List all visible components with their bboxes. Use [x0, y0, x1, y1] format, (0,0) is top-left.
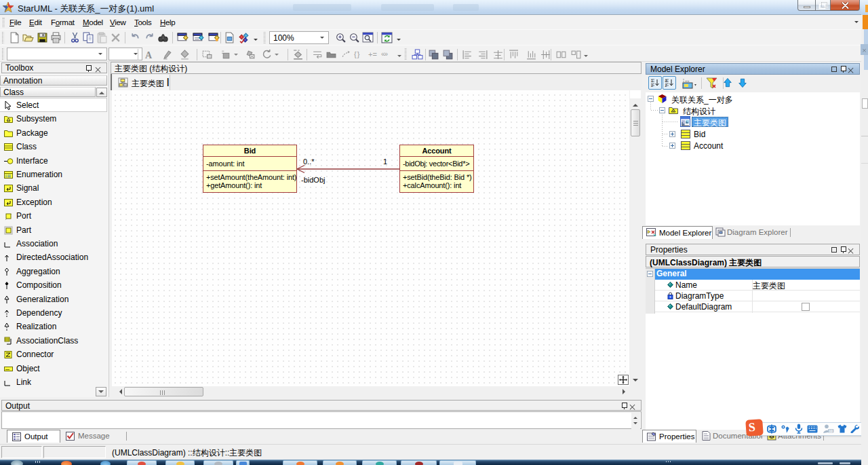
svg-text:10: 10 — [829, 429, 833, 433]
svg-text:«»: «» — [685, 79, 690, 83]
svg-text:a: a — [665, 78, 668, 83]
svg-text:z: z — [665, 83, 667, 88]
